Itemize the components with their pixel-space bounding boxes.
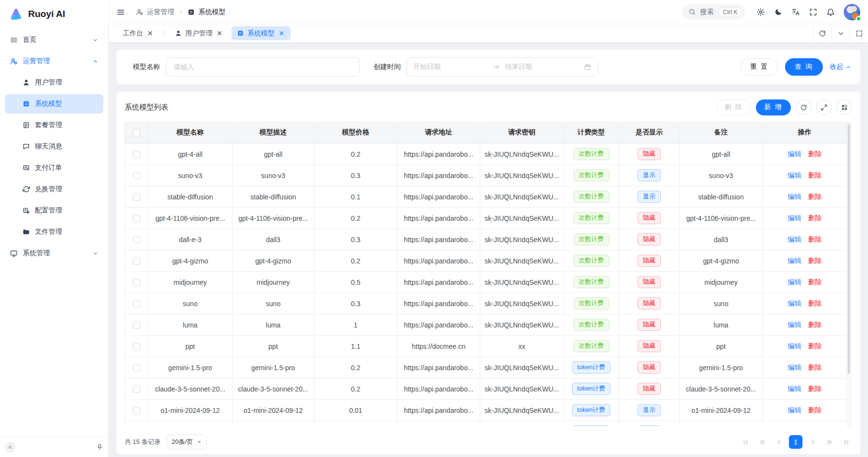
brand-logo[interactable]: Ruoyi AI [0, 0, 108, 28]
pin-sidebar-button[interactable] [96, 443, 103, 451]
edit-link[interactable]: 编辑 [788, 321, 802, 328]
delete-link[interactable]: 删除 [808, 385, 822, 392]
row-checkbox[interactable] [133, 343, 140, 350]
tab-system-model[interactable]: 系统模型 [231, 26, 291, 40]
row-checkbox[interactable] [133, 322, 140, 329]
page-number-current[interactable]: 1 [789, 435, 802, 449]
page-prev-button[interactable] [772, 436, 785, 448]
close-icon[interactable] [216, 30, 223, 37]
page-prev-double-button[interactable] [756, 436, 769, 448]
edit-link[interactable]: 编辑 [788, 214, 802, 222]
row-checkbox[interactable] [133, 194, 140, 201]
edit-link[interactable]: 编辑 [788, 406, 802, 414]
delete-link[interactable]: 删除 [808, 193, 822, 200]
sidebar-item-label: 聊天消息 [35, 142, 98, 151]
tab-workbench[interactable]: 工作台 [117, 26, 159, 40]
data-table: 模型名称模型描述模型价格请求地址请求密钥计费类型是否显示备注操作 gpt-4-a… [125, 122, 851, 426]
delete-link[interactable]: 删除 [808, 278, 822, 286]
table-scrollbar[interactable] [847, 122, 851, 425]
delete-link[interactable]: 删除 [808, 257, 822, 264]
sidebar-item-payment-orders[interactable]: 支付订单 [5, 158, 103, 178]
delete-link[interactable]: 删除 [808, 299, 822, 307]
filter-actions: 重 置 查 询 收起 [740, 58, 852, 76]
page-size-select[interactable]: 20条/页 [166, 435, 207, 449]
delete-link[interactable]: 删除 [808, 214, 822, 222]
breadcrumb-item[interactable]: 系统模型 [187, 8, 226, 16]
collapse-sidebar-button[interactable] [5, 442, 16, 453]
delete-link[interactable]: 删除 [808, 235, 822, 243]
user-avatar[interactable] [844, 4, 860, 20]
close-icon[interactable] [147, 30, 154, 37]
delete-link[interactable]: 删除 [808, 406, 822, 414]
delete-link[interactable]: 删除 [808, 150, 822, 158]
add-button[interactable]: 新 增 [756, 99, 791, 115]
settings-button[interactable] [756, 8, 765, 16]
row-checkbox[interactable] [133, 300, 140, 308]
page-last-button[interactable] [839, 436, 852, 448]
edit-link[interactable]: 编辑 [788, 342, 802, 350]
sidebar-item-chat-messages[interactable]: 聊天消息 [5, 137, 103, 156]
edit-link[interactable]: 编辑 [788, 171, 802, 179]
page-first-button[interactable] [739, 436, 752, 448]
row-checkbox[interactable] [133, 236, 140, 244]
sidebar-item-user-management[interactable]: 用户管理 [5, 73, 103, 92]
grid-icon [841, 104, 848, 111]
edit-link[interactable]: 编辑 [788, 278, 802, 286]
sidebar-item-system-model[interactable]: 系统模型 [5, 94, 103, 114]
sidebar-item-package-management[interactable]: 套餐管理 [5, 115, 103, 135]
delete-button[interactable]: 删 除 [716, 99, 751, 115]
translate-button[interactable] [791, 8, 800, 16]
page-next-double-button[interactable] [823, 436, 835, 448]
fullscreen-button[interactable] [809, 8, 818, 16]
scrollbar-thumb[interactable] [848, 124, 850, 374]
menu-toggle-button[interactable] [116, 8, 125, 16]
sidebar-item-config-management[interactable]: 配置管理 [5, 201, 103, 220]
edit-link[interactable]: 编辑 [788, 235, 802, 243]
edit-link[interactable]: 编辑 [788, 257, 802, 264]
edit-link[interactable]: 编辑 [788, 299, 802, 307]
table-grid-button[interactable] [836, 99, 852, 115]
table-refresh-button[interactable] [796, 99, 811, 115]
page-next-button[interactable] [806, 436, 819, 448]
close-icon[interactable] [278, 30, 285, 37]
sidebar-item-system-management[interactable]: 系统管理 [5, 244, 103, 263]
edit-link[interactable]: 编辑 [788, 193, 802, 200]
row-checkbox[interactable] [133, 215, 140, 222]
edit-link[interactable]: 编辑 [788, 150, 802, 158]
edit-link[interactable]: 编辑 [788, 385, 802, 392]
row-checkbox[interactable] [133, 172, 140, 180]
tab-user-management[interactable]: 用户管理 [169, 26, 229, 40]
tabbar-chevron-down-button[interactable] [831, 24, 850, 42]
search-button[interactable]: 查 询 [785, 58, 823, 76]
delete-link[interactable]: 删除 [808, 342, 822, 350]
row-checkbox[interactable] [133, 386, 140, 393]
row-checkbox[interactable] [133, 407, 140, 414]
reset-button[interactable]: 重 置 [740, 58, 778, 76]
select-all-checkbox[interactable] [133, 129, 140, 136]
row-checkbox[interactable] [133, 151, 140, 158]
date-range-picker[interactable]: 开始日期 结束日期 [407, 57, 598, 77]
tabbar-maximize-button[interactable] [850, 24, 868, 42]
fullscreen-icon [809, 8, 818, 16]
edit-link[interactable]: 编辑 [788, 363, 802, 371]
tabbar-refresh-button[interactable] [813, 24, 831, 42]
breadcrumb-item[interactable]: 运营管理 [136, 8, 174, 16]
visibility-badge: 显示 [638, 191, 661, 202]
sidebar-item-redeem-management[interactable]: 兑换管理 [5, 180, 103, 199]
delete-link[interactable]: 删除 [808, 363, 822, 371]
delete-link[interactable]: 删除 [808, 171, 822, 179]
model-name-input[interactable] [166, 57, 360, 77]
row-checkbox[interactable] [133, 279, 140, 286]
sidebar-item-file-management[interactable]: 文件管理 [5, 222, 103, 242]
cell-request-key: sk-JIUQLNndqSeKWU... [480, 400, 564, 421]
row-checkbox[interactable] [133, 364, 140, 372]
search-input[interactable]: 搜索 Ctrl K [682, 4, 745, 19]
moon-button[interactable] [774, 8, 783, 16]
collapse-filter-link[interactable]: 收起 [830, 63, 852, 71]
sidebar-item-home[interactable]: 首页 [5, 30, 103, 49]
delete-link[interactable]: 删除 [808, 321, 822, 328]
bell-button[interactable] [826, 8, 835, 16]
table-expand-button[interactable] [816, 99, 832, 115]
sidebar-item-operations[interactable]: 运营管理 [5, 51, 103, 71]
row-checkbox[interactable] [133, 258, 140, 265]
